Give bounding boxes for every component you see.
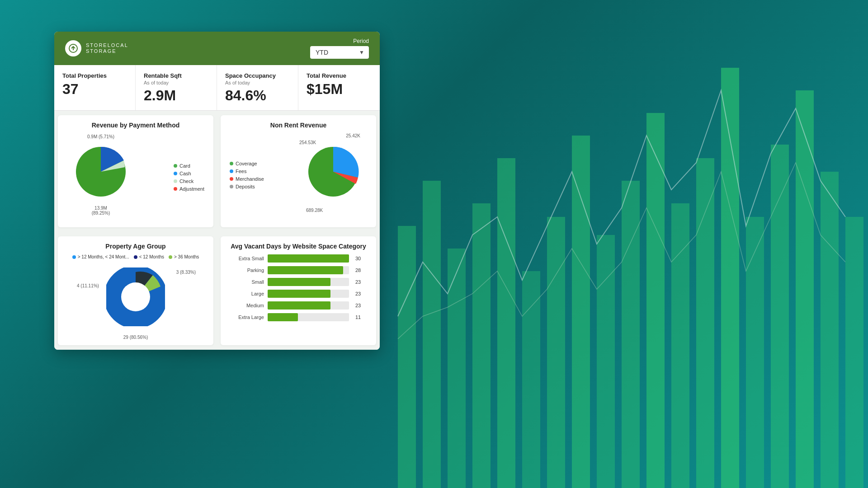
svg-rect-4 (497, 158, 515, 488)
stat-title: Total Properties (62, 72, 127, 79)
legend-dot (134, 255, 137, 259)
nrr-pie-wrapper: 25.42K 254.53K 689.28K (304, 142, 363, 203)
nrr-label-top-left: 254.53K (299, 140, 316, 145)
svg-rect-15 (771, 145, 789, 488)
legend-dot (230, 185, 233, 188)
bar-value: 23 (355, 279, 365, 285)
legend-dot (174, 164, 177, 168)
svg-rect-13 (721, 68, 739, 488)
bar-value: 23 (355, 291, 365, 296)
legend-label: > 12 Months, < 24 Mont... (78, 254, 129, 259)
nrr-pie-chart (304, 142, 363, 201)
legend-label: Coverage (236, 161, 257, 166)
bar-fill (268, 278, 330, 286)
nrr-legend: Coverage Fees Merchandise Deposits (230, 161, 264, 189)
svg-rect-6 (547, 217, 565, 488)
legend-dot (174, 187, 177, 191)
svg-rect-7 (572, 136, 590, 488)
svg-rect-14 (746, 217, 764, 488)
donut-label-top-right: 3 (8.33%) (176, 270, 196, 275)
period-select[interactable]: YTD MTD Last Year Custom (310, 46, 369, 59)
legend-card: Card (174, 163, 204, 169)
svg-rect-1 (423, 181, 441, 488)
donut-wrapper: 3 (8.33%) 4 (11.11%) (106, 267, 165, 328)
bar-label: Extra Large (231, 314, 264, 320)
period-label: Period (310, 38, 369, 44)
dashboard-header: storelocal storage Period YTD MTD Last Y… (54, 32, 380, 65)
legend-dot (230, 169, 233, 173)
legend-label: < 12 Months (139, 254, 164, 259)
stat-value: $15M (307, 81, 372, 98)
bar-chart: Extra Small30Parking28Small23Large23Medi… (228, 254, 369, 321)
svg-rect-11 (671, 203, 689, 488)
stat-value: 37 (62, 81, 127, 98)
dashboard-card: storelocal storage Period YTD MTD Last Y… (54, 32, 380, 350)
donut-label-bottom: 29 (80.56%) (123, 335, 148, 340)
stat-total-revenue: Total Revenue $15M (298, 65, 380, 110)
logo-sub: storage (86, 48, 128, 54)
bar-value: 11 (355, 314, 365, 320)
bar-track (268, 266, 349, 274)
bar-label: Small (231, 279, 264, 285)
non-rent-revenue-chart: Non Rent Revenue Coverage Fees Merchandi… (221, 115, 376, 227)
bar-fill (268, 254, 349, 263)
pie-top-label: 0.9M (5.71%) (87, 134, 114, 139)
stat-subtitle: As of today (225, 80, 290, 85)
svg-rect-17 (821, 172, 839, 488)
logo-brand: storelocal (86, 42, 128, 48)
bar-row: Small23 (231, 278, 365, 286)
stat-subtitle: As of today (144, 80, 208, 85)
chart-title: Revenue by Payment Method (65, 122, 206, 129)
svg-rect-16 (796, 90, 814, 488)
stat-title: Total Revenue (307, 72, 372, 79)
legend-label: Merchandise (236, 176, 264, 182)
property-age-donut (106, 267, 165, 326)
bar-track (268, 278, 349, 286)
legend-dot (174, 179, 177, 183)
bar-label: Extra Small (231, 256, 264, 261)
bar-fill (268, 313, 298, 321)
svg-rect-12 (696, 158, 714, 488)
revenue-pie-chart (71, 142, 130, 201)
stat-space-occupancy: Space Occupancy As of today 84.6% (217, 65, 298, 110)
bar-row: Large23 (231, 290, 365, 298)
chart-title: Property Age Group (65, 243, 206, 250)
legend-dot (230, 177, 233, 181)
donut-container: > 12 Months, < 24 Mont... < 12 Months > … (65, 254, 206, 339)
property-age-chart: Property Age Group > 12 Months, < 24 Mon… (58, 236, 213, 345)
svg-rect-5 (522, 271, 540, 488)
background-chart (371, 0, 868, 488)
svg-point-25 (121, 282, 150, 311)
stat-rentable-sqft: Rentable Sqft As of today 2.9M (136, 65, 217, 110)
stat-title: Space Occupancy (225, 72, 290, 79)
svg-rect-9 (622, 181, 640, 488)
payment-legend: Card Cash Check Adjustment (174, 163, 204, 192)
bar-fill (268, 290, 330, 298)
bar-fill (268, 301, 330, 310)
legend-dot (72, 255, 76, 259)
chart-title: Non Rent Revenue (228, 122, 369, 129)
bar-track (268, 301, 349, 310)
stat-title: Rentable Sqft (144, 72, 208, 79)
bar-row: Extra Large11 (231, 313, 365, 321)
legend-dot (174, 172, 177, 175)
legend-dot (230, 162, 233, 165)
avg-vacant-days-chart: Avg Vacant Days by Website Space Categor… (221, 236, 376, 345)
bar-fill (268, 266, 343, 274)
stat-value: 2.9M (144, 87, 208, 104)
legend-cash: Cash (174, 171, 204, 176)
svg-rect-2 (448, 249, 466, 488)
bar-value: 28 (355, 267, 365, 273)
bar-track (268, 290, 349, 298)
nrr-label-top-right: 25.42K (346, 133, 360, 138)
bar-row: Medium23 (231, 301, 365, 310)
nrr-container: Coverage Fees Merchandise Deposits (228, 133, 369, 216)
donut-label-left: 4 (11.11%) (77, 283, 99, 288)
legend-adjustment: Adjustment (174, 186, 204, 192)
bar-label: Large (231, 291, 264, 296)
legend-coverage: Coverage (230, 161, 264, 166)
period-select-wrapper[interactable]: YTD MTD Last Year Custom ▼ (310, 46, 369, 59)
legend-label: Cash (179, 171, 191, 176)
pie-bottom-label: 13.9M(89.25%) (92, 206, 110, 216)
period-selector-area: Period YTD MTD Last Year Custom ▼ (310, 38, 369, 59)
